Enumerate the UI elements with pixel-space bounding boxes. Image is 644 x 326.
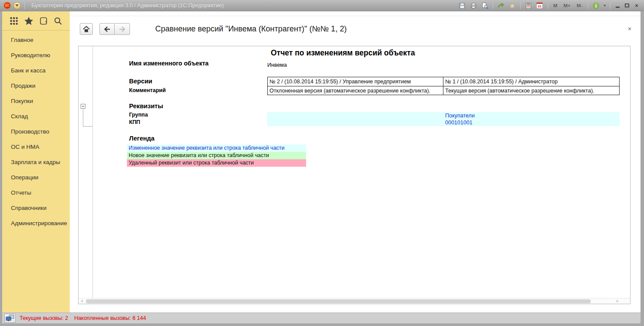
performance-indicators: Текущие вызовы: 2Накопленные вызовы: 6 1…	[20, 315, 146, 321]
calculator-icon[interactable]	[524, 1, 533, 10]
sidebar-item-spravochniki[interactable]: Справочники	[2, 200, 70, 216]
sidebar-item-zarplata-i-kadry[interactable]: Зарплата и кадры	[2, 154, 70, 170]
attribute-value-group: Покупатели	[445, 112, 620, 119]
monitors-icon	[6, 315, 14, 322]
group-connector-line	[83, 126, 93, 127]
sidebar-item-rukovoditelyu[interactable]: Руководителю	[2, 48, 70, 63]
legend-section-label: Легенда	[129, 135, 154, 142]
changed-attributes-old-column	[267, 112, 443, 126]
calendar-icon[interactable]: 31	[535, 1, 545, 10]
changed-attributes-new-column: Покупатели 000101001	[443, 112, 620, 126]
legend-item-changed: Измененное значение реквизита или строка…	[127, 144, 306, 152]
back-button[interactable]	[99, 23, 115, 35]
memory-minus-button[interactable]: M-	[575, 3, 585, 8]
window-title: Бухгалтерия предприятия, редакция 3.0 / …	[31, 3, 224, 9]
legend: Измененное значение реквизита или строка…	[127, 144, 306, 167]
version-comment-cell: Текущая версия (автоматическое разрешени…	[443, 86, 619, 95]
sidebar-menu: Главное Руководителю Банк и касса Продаж…	[2, 31, 70, 231]
memory-recall-button[interactable]: M	[551, 3, 560, 8]
sidebar-item-administrirovanie[interactable]: Администрирование	[2, 216, 70, 231]
sidebar-item-bank-i-kassa[interactable]: Банк и касса	[2, 63, 70, 78]
titlebar-separator	[520, 2, 521, 9]
menu-grid-icon[interactable]	[8, 15, 20, 27]
titlebar-separator	[588, 2, 588, 9]
titlebar: 1С Бухгалтерия предприятия, редакция 3.0…	[0, 0, 644, 11]
comment-label: Комментарий	[129, 87, 166, 93]
1c-logo-icon: 1С	[3, 2, 11, 9]
memory-plus-button[interactable]: M+	[561, 3, 572, 8]
close-button[interactable]: ×	[633, 2, 641, 10]
arrow-left-icon	[103, 26, 111, 33]
forward-button[interactable]	[115, 23, 130, 35]
arrow-right-icon	[118, 26, 126, 33]
attribute-value-kpp: 000101001	[445, 119, 620, 126]
attributes-section-label: Реквизиты	[129, 103, 163, 110]
sidebar-item-otchety[interactable]: Отчеты	[2, 185, 70, 200]
calendar-header	[537, 3, 542, 4]
navigate-forward-icon[interactable]	[496, 1, 506, 10]
version-cell: № 2 / (10.08.2014 15:19:55) / Управление…	[268, 77, 443, 86]
favorites-star-icon[interactable]	[23, 15, 34, 27]
page-title: Сравнение версий "Инвема (Контрагент)" (…	[155, 24, 347, 34]
history-icon[interactable]	[37, 15, 49, 27]
favorites-icon[interactable]	[508, 1, 517, 10]
attribute-label-kpp: КПП	[129, 119, 140, 125]
version-comment-cell: Отклоненная версия (автоматическое разре…	[268, 86, 443, 95]
object-name-label: Имя измененного объекта	[129, 60, 208, 67]
report-document: Отчет по изменениям версий объекта Имя и…	[78, 46, 630, 304]
legend-item-deleted: Удаленный реквизит или строка табличной …	[127, 159, 306, 167]
changed-attributes-block: Покупатели 000101001	[267, 112, 620, 126]
sidebar: Главное Руководителю Банк и касса Продаж…	[2, 11, 70, 312]
titlebar-toolbar: 31 M M+ M- ×	[457, 1, 641, 10]
report-title: Отчет по изменениям версий объекта	[271, 48, 415, 58]
sidebar-item-sklad[interactable]: Склад	[2, 109, 70, 124]
maximize-button[interactable]	[623, 2, 631, 10]
home-icon	[82, 25, 90, 33]
titlebar-separator	[493, 2, 493, 9]
versions-section-label: Версии	[129, 78, 152, 85]
sidebar-item-glavnoe[interactable]: Главное	[2, 32, 70, 48]
group-connector-line	[83, 109, 83, 126]
print-icon[interactable]	[469, 1, 478, 10]
chevron-down-icon	[15, 4, 19, 7]
horizontal-scrollbar[interactable]	[78, 298, 630, 304]
version-cell: № 1 / (10.08.2014 15:19:55) / Администра…	[443, 77, 619, 86]
scrollbar-thumb[interactable]	[86, 299, 591, 303]
attribute-label-group: Группа	[129, 112, 148, 118]
sidebar-item-pokupki[interactable]: Покупки	[2, 93, 70, 109]
info-icon[interactable]	[591, 1, 601, 10]
collapse-group-toggle[interactable]	[81, 104, 85, 109]
scroll-left-icon[interactable]	[81, 300, 83, 302]
titlebar-separator	[610, 2, 610, 9]
sidebar-item-operacii[interactable]: Операции	[2, 170, 70, 185]
maximize-icon	[625, 3, 629, 7]
home-button[interactable]	[80, 23, 93, 35]
sidebar-toolbar	[2, 11, 70, 31]
scroll-right-icon[interactable]	[617, 300, 619, 302]
versions-table: № 2 / (10.08.2014 15:19:55) / Управление…	[267, 77, 620, 95]
titlebar-separator	[548, 2, 548, 9]
titlebar-separator	[24, 2, 25, 9]
info-dropdown-icon[interactable]	[603, 5, 606, 7]
form-close-button[interactable]: ×	[626, 25, 634, 33]
grouping-gutter	[78, 46, 93, 299]
save-icon[interactable]	[457, 1, 467, 10]
sidebar-item-proizvodstvo[interactable]: Производство	[2, 124, 70, 139]
object-name-value: Инвема	[267, 62, 287, 68]
print-preview-icon[interactable]	[480, 1, 490, 10]
history-nav-group	[99, 23, 130, 35]
current-calls-text: Текущие вызовы: 2	[20, 315, 68, 321]
sidebar-item-prodazhi[interactable]: Продажи	[2, 78, 70, 93]
sidebar-item-os-i-nma[interactable]: ОС и НМА	[2, 139, 70, 154]
server-calls-button[interactable]	[4, 314, 16, 323]
main-area: Сравнение версий "Инвема (Контрагент)" (…	[70, 11, 641, 312]
minimize-icon	[616, 7, 620, 8]
search-icon[interactable]	[52, 15, 64, 27]
minimize-button[interactable]	[613, 2, 621, 10]
system-menu-button[interactable]	[14, 2, 20, 9]
status-bar: Текущие вызовы: 2Накопленные вызовы: 6 1…	[2, 312, 641, 323]
legend-item-new: Новое значение реквизита или строка табл…	[127, 152, 306, 159]
accumulated-calls-text: Накопленные вызовы: 6 144	[74, 315, 146, 321]
